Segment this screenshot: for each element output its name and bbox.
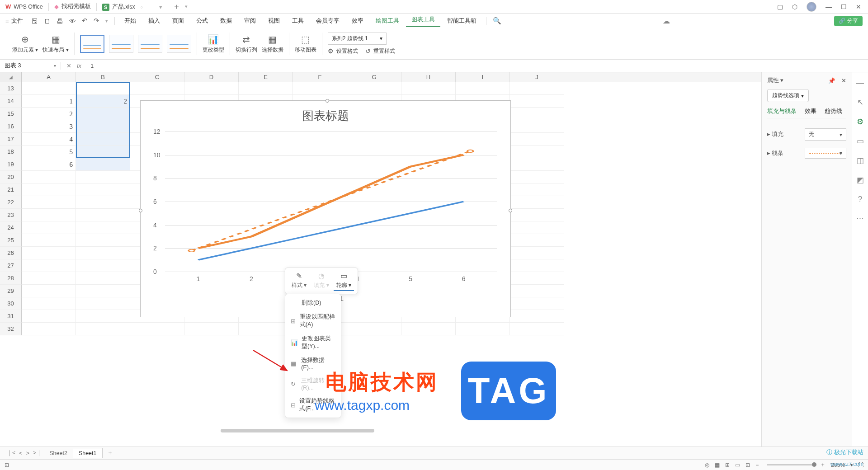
fill-select[interactable]: 无▾ — [805, 128, 846, 141]
row-26[interactable]: 26 — [0, 247, 22, 259]
cell-B22[interactable] — [76, 196, 130, 209]
cell-A26[interactable] — [22, 247, 76, 259]
object-icon[interactable]: ◫ — [857, 156, 864, 165]
cell-A13[interactable] — [22, 82, 76, 95]
sheet-tab-sheet1[interactable]: Sheet1 — [73, 448, 103, 458]
collapse-icon[interactable]: — — [856, 79, 864, 88]
add-element-button[interactable]: ⊕添加元素 ▾ — [12, 34, 38, 54]
more-icon[interactable]: ⋯ — [856, 214, 864, 223]
cell-B14[interactable]: 2 — [76, 95, 130, 108]
avatar[interactable] — [807, 2, 816, 12]
row-17[interactable]: 17 — [0, 133, 22, 146]
row-18[interactable]: 18 — [0, 146, 22, 158]
tab-current-file[interactable]: S产品.xlsx○▾ — [97, 0, 168, 13]
saveas-icon[interactable]: 🗋 — [42, 17, 53, 25]
col-c[interactable]: C — [130, 72, 184, 82]
cell-G32[interactable] — [347, 323, 401, 335]
cell-J31[interactable] — [510, 310, 564, 323]
row-15[interactable]: 15 — [0, 108, 22, 120]
cell-B25[interactable] — [76, 234, 130, 247]
minimize-icon[interactable]: — — [826, 3, 832, 10]
menu-review[interactable]: 审阅 — [239, 17, 261, 25]
save-icon[interactable]: 🖫 — [29, 17, 40, 25]
cell-J13[interactable] — [510, 82, 564, 95]
new-tab-button[interactable]: ＋ — [168, 1, 185, 12]
chart-style-3[interactable] — [138, 35, 162, 53]
redo-icon[interactable]: ↷ — [91, 17, 102, 25]
cell-A29[interactable] — [22, 285, 76, 297]
menu-chart-tools[interactable]: 图表工具 — [406, 15, 440, 27]
cell-B28[interactable] — [76, 272, 130, 285]
settings-active-icon[interactable]: ⚙ — [857, 117, 863, 127]
col-e[interactable]: E — [239, 72, 293, 82]
tab-fill-line[interactable]: 填充与线条 — [767, 108, 797, 115]
cube-icon[interactable]: ⬡ — [792, 3, 797, 10]
cell-A23[interactable] — [22, 209, 76, 221]
zoom-slider[interactable] — [767, 464, 812, 465]
cell-A21[interactable] — [22, 183, 76, 196]
menu-efficiency[interactable]: 效率 — [346, 17, 369, 25]
cell-A30[interactable] — [22, 297, 76, 310]
menu-page[interactable]: 页面 — [167, 17, 189, 25]
cell-B16[interactable] — [76, 120, 130, 133]
first-sheet-icon[interactable]: ｜< — [5, 449, 17, 457]
file-menu[interactable]: ≡文件 — [5, 17, 23, 25]
view-split-icon[interactable]: ⊞ — [725, 462, 730, 468]
row-19[interactable]: 19 — [0, 158, 22, 171]
cell-J26[interactable] — [510, 247, 564, 259]
cell-J25[interactable] — [510, 234, 564, 247]
menu-insert[interactable]: 插入 — [143, 17, 165, 25]
cell-B21[interactable] — [76, 183, 130, 196]
col-f[interactable]: F — [293, 72, 347, 82]
tab-templates[interactable]: ◆找稻壳模板 — [49, 0, 96, 13]
row-28[interactable]: 28 — [0, 272, 22, 285]
trendline-options-button[interactable]: 趋势线选项▾ — [767, 89, 809, 102]
row-31[interactable]: 31 — [0, 310, 22, 323]
cell-J28[interactable] — [510, 272, 564, 285]
cell-A32[interactable] — [22, 323, 76, 335]
row-20[interactable]: 20 — [0, 171, 22, 183]
switch-rowcol-button[interactable]: ⇄切换行列 — [236, 34, 257, 54]
cell-B27[interactable] — [76, 259, 130, 272]
row-24[interactable]: 24 — [0, 221, 22, 234]
cancel-icon[interactable]: ✕ — [66, 62, 71, 69]
menu-view[interactable]: 视图 — [263, 17, 285, 25]
reset-style-button[interactable]: ↺重置样式 — [365, 47, 395, 55]
row-21[interactable]: 21 — [0, 183, 22, 196]
view-circle-icon[interactable]: ◎ — [705, 462, 709, 468]
cell-A18[interactable]: 5 — [22, 146, 76, 158]
cell-J16[interactable] — [510, 120, 564, 133]
menu-draw-tools[interactable]: 绘图工具 — [370, 17, 405, 25]
mini-outline-button[interactable]: ▭轮廓 ▾ — [334, 271, 354, 291]
cell-A27[interactable] — [22, 259, 76, 272]
col-d[interactable]: D — [184, 72, 239, 82]
row-25[interactable]: 25 — [0, 234, 22, 247]
cell-H32[interactable] — [401, 323, 456, 335]
menu-data[interactable]: 数据 — [215, 17, 237, 25]
row-13[interactable]: 13 — [0, 82, 22, 95]
cell-I13[interactable] — [456, 82, 510, 95]
maximize-icon[interactable]: ☐ — [841, 3, 847, 10]
name-box[interactable]: 图表 3▾ — [0, 62, 61, 70]
last-sheet-icon[interactable]: >｜ — [31, 449, 44, 457]
series1-line[interactable] — [198, 202, 463, 260]
panel-icon[interactable]: ▢ — [777, 3, 783, 10]
cell-A20[interactable] — [22, 171, 76, 183]
trendline[interactable] — [192, 151, 471, 250]
col-j[interactable]: J — [510, 72, 564, 82]
cell-J29[interactable] — [510, 285, 564, 297]
sheet-tab-sheet2[interactable]: Sheet2 — [44, 448, 73, 458]
cell-B23[interactable] — [76, 209, 130, 221]
cell-B13[interactable] — [76, 82, 130, 95]
cell-B29[interactable] — [76, 285, 130, 297]
pin-icon[interactable]: 📌 — [828, 78, 835, 84]
cell-B15[interactable] — [76, 108, 130, 120]
fx-icon[interactable]: fx — [77, 62, 81, 69]
cell-A15[interactable]: 2 — [22, 108, 76, 120]
cell-A31[interactable] — [22, 310, 76, 323]
view-page-icon[interactable]: ▭ — [735, 462, 740, 468]
help-icon[interactable]: ? — [858, 195, 862, 204]
change-type-button[interactable]: 📊更改类型 — [203, 34, 224, 54]
cell-A19[interactable]: 6 — [22, 158, 76, 171]
cell-B31[interactable] — [76, 310, 130, 323]
